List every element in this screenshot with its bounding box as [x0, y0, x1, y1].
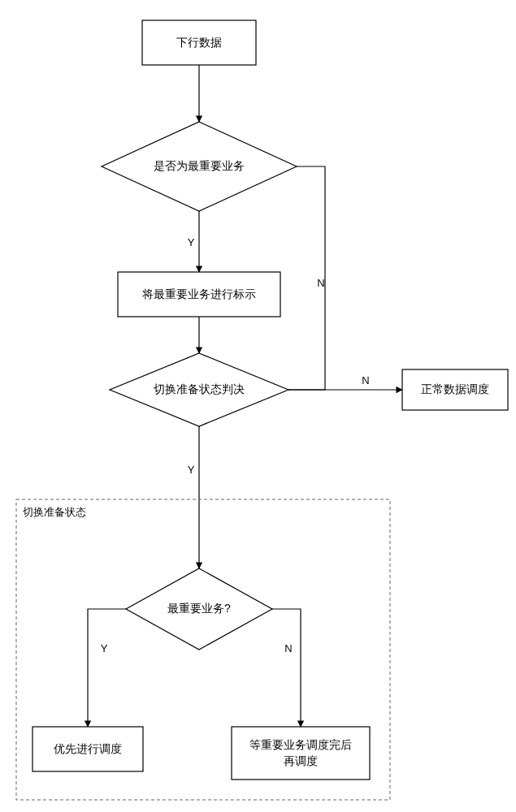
- node-decision1-label: 是否为最重要业务: [154, 159, 245, 172]
- edge-d3-wait: [272, 609, 301, 727]
- edge-d3-priority: [88, 609, 126, 727]
- label-d1-yes: Y: [188, 236, 195, 248]
- group-switch-prepare-label: 切换准备状态: [23, 506, 86, 518]
- node-wait-label1: 等重要业务调度完后: [249, 738, 352, 751]
- label-d3-no: N: [284, 642, 292, 654]
- node-decision2-label: 切换准备状态判决: [154, 382, 245, 395]
- node-normal-label: 正常数据调度: [421, 382, 489, 395]
- node-wait: [232, 727, 370, 780]
- node-start-label: 下行数据: [176, 36, 222, 49]
- flowchart-canvas: 下行数据 是否为最重要业务 Y 将最重要业务进行标示 N 切换准备状态判决 N …: [0, 0, 516, 812]
- node-mark-label: 将最重要业务进行标示: [141, 287, 256, 300]
- label-d2-yes: Y: [188, 464, 195, 476]
- label-d3-yes: Y: [101, 642, 108, 654]
- label-d2-no: N: [362, 374, 369, 387]
- label-d1-no: N: [317, 277, 324, 289]
- node-priority-label: 优先进行调度: [54, 742, 122, 755]
- node-decision3-label: 最重要业务?: [167, 602, 231, 615]
- node-wait-label2: 再调度: [284, 754, 318, 767]
